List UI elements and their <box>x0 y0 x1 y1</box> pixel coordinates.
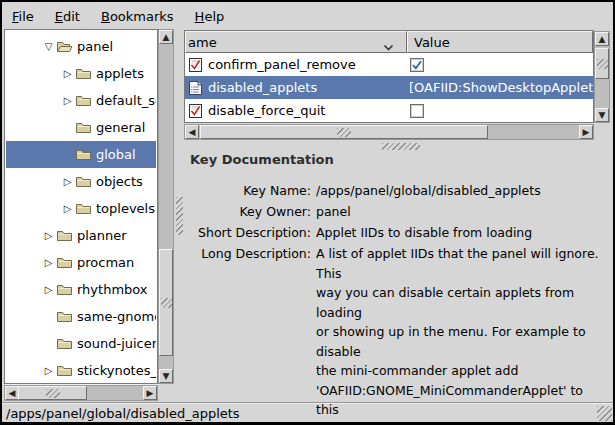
scroll-down-arrow-icon[interactable]: ▼ <box>159 369 173 383</box>
expander-closed-icon[interactable]: ▷ <box>41 285 56 295</box>
doc-field-short-description: Short Description:Applet IIDs to disable… <box>184 223 611 243</box>
tree-vscrollbar[interactable]: ▲ ▼ <box>158 29 174 384</box>
key-name-label: confirm_panel_remove <box>208 57 356 72</box>
column-header-name[interactable]: ame <box>185 31 407 53</box>
folder-icon <box>56 283 75 297</box>
scroll-up-arrow-icon[interactable]: ▲ <box>595 32 609 46</box>
tree-item-toplevels[interactable]: ▷toplevels <box>6 195 156 222</box>
window-resize-grip[interactable] <box>597 406 612 421</box>
vertical-pane-splitter[interactable] <box>175 29 183 401</box>
doc-section-title: Key Documentation <box>190 152 334 167</box>
tree-item-label: panel <box>75 39 113 54</box>
tree-item-objects[interactable]: ▷objects <box>6 168 156 195</box>
tree-item-label: global <box>94 147 136 162</box>
splitter-grip-icon <box>176 197 183 235</box>
doc-field-value: panel <box>316 202 608 222</box>
key-row-disable-force-quit[interactable]: disable_force_quit <box>185 99 593 122</box>
folder-icon <box>56 229 75 243</box>
key-row-confirm-panel-remove[interactable]: confirm_panel_remove <box>185 53 593 76</box>
statusbar-text: /apps/panel/global/disabled_applets <box>6 406 240 421</box>
list-hscroll-thumb[interactable] <box>200 125 488 139</box>
menu-help[interactable]: Help <box>193 9 227 24</box>
checkbox-checked[interactable] <box>410 58 424 72</box>
sort-indicator-icon <box>383 39 394 53</box>
config-tree: ▽panel▷applets▷default_segeneralglobal▷o… <box>6 31 156 382</box>
folder-icon <box>56 256 75 270</box>
scrollbar-corner <box>158 385 174 401</box>
tree-item-default-se[interactable]: ▷default_se <box>6 87 156 114</box>
folder-icon <box>56 337 75 351</box>
key-name-cell: disable_force_quit <box>185 103 407 118</box>
tree-item-general[interactable]: general <box>6 114 156 141</box>
tree-hscrollbar[interactable]: ◀ ▶ <box>4 385 158 401</box>
column-header-value[interactable]: Value <box>407 31 593 53</box>
expander-closed-icon[interactable]: ▷ <box>60 69 75 79</box>
tree-item-procman[interactable]: ▷procman <box>6 249 156 276</box>
folder-icon <box>75 148 94 162</box>
expander-closed-icon[interactable]: ▷ <box>41 366 56 376</box>
thumb-grip-icon <box>46 389 60 398</box>
expander-closed-icon[interactable]: ▷ <box>60 96 75 106</box>
menu-edit[interactable]: Edit <box>53 9 82 24</box>
key-value-cell: [OAFIID:ShowDesktopApplet] <box>407 80 593 95</box>
folder-open-icon <box>56 40 75 54</box>
splitter-grip-icon <box>382 143 420 150</box>
tree-item-label: applets <box>94 66 144 81</box>
doc-field-key-name: Key Name:/apps/panel/global/disabled_app… <box>184 181 611 201</box>
thumb-grip-icon <box>161 298 172 308</box>
tree-item-applets[interactable]: ▷applets <box>6 60 156 87</box>
statusbar: /apps/panel/global/disabled_applets <box>2 402 613 422</box>
tree-item-same-gnome[interactable]: same-gnome <box>6 303 156 330</box>
tree-item-label: objects <box>94 174 143 189</box>
key-name-cell: confirm_panel_remove <box>185 57 407 72</box>
expander-closed-icon[interactable]: ▷ <box>41 258 56 268</box>
menu-file[interactable]: File <box>10 9 36 24</box>
expander-closed-icon[interactable]: ▷ <box>60 204 75 214</box>
checkbox-unchecked[interactable] <box>410 104 424 118</box>
folder-icon <box>75 94 94 108</box>
thumb-grip-icon <box>337 128 351 137</box>
tree-item-global[interactable]: global <box>6 141 156 168</box>
tree-item-label: procman <box>75 255 134 270</box>
tree-item-label: stickynotes_ <box>75 363 156 378</box>
expander-closed-icon[interactable]: ▷ <box>60 177 75 187</box>
list-key-icon <box>188 81 203 95</box>
tree-vscroll-thumb[interactable] <box>159 249 173 356</box>
scroll-right-arrow-icon[interactable]: ▶ <box>143 386 157 400</box>
expander-open-icon[interactable]: ▽ <box>41 42 56 52</box>
scroll-down-arrow-icon[interactable]: ▼ <box>595 108 609 122</box>
scroll-right-arrow-icon[interactable]: ▶ <box>579 125 593 139</box>
scroll-left-arrow-icon[interactable]: ◀ <box>5 386 19 400</box>
tree-item-planner[interactable]: ▷planner <box>6 222 156 249</box>
tree-item-label: rhythmbox <box>75 282 148 297</box>
horizontal-pane-splitter[interactable] <box>184 142 611 150</box>
doc-field-label: Short Description: <box>184 223 314 243</box>
expander-closed-icon[interactable]: ▷ <box>41 231 56 241</box>
scroll-up-arrow-icon[interactable]: ▲ <box>159 30 173 44</box>
tree-item-sound-juicer[interactable]: sound-juicer <box>6 330 156 357</box>
tree-item-panel[interactable]: ▽panel <box>6 33 156 60</box>
key-row-disabled-applets[interactable]: disabled_applets[OAFIID:ShowDesktopApple… <box>185 76 593 99</box>
tree-hscroll-thumb[interactable] <box>18 386 87 400</box>
tree-item-rhythmbox[interactable]: ▷rhythmbox <box>6 276 156 303</box>
column-header-value-label: Value <box>414 35 450 50</box>
tree-item-label: planner <box>75 228 127 243</box>
list-vscroll-thumb[interactable] <box>595 48 609 79</box>
menu-bookmarks[interactable]: Bookmarks <box>99 9 176 24</box>
tree-item-label: toplevels <box>94 201 155 216</box>
tree-item-label: sound-juicer <box>75 336 156 351</box>
folder-icon <box>75 67 94 81</box>
bool-key-icon <box>188 104 203 118</box>
doc-field-long-description: Long Description:A list of applet IIDs t… <box>184 244 611 425</box>
list-vscrollbar[interactable]: ▲ ▼ <box>594 31 610 123</box>
tree-item-label: default_se <box>94 93 156 108</box>
key-value-text: [OAFIID:ShowDesktopApplet] <box>409 80 593 95</box>
folder-icon <box>75 175 94 189</box>
folder-icon <box>75 121 94 135</box>
scroll-left-arrow-icon[interactable]: ◀ <box>185 125 199 139</box>
list-hscrollbar[interactable]: ◀ ▶ <box>184 124 594 140</box>
tree-item-stickynotes[interactable]: ▷stickynotes_ <box>6 357 156 382</box>
key-value-cell <box>407 58 593 72</box>
doc-field-value: A list of applet IIDs that the panel wil… <box>316 244 608 425</box>
tree-item-label: general <box>94 120 145 135</box>
